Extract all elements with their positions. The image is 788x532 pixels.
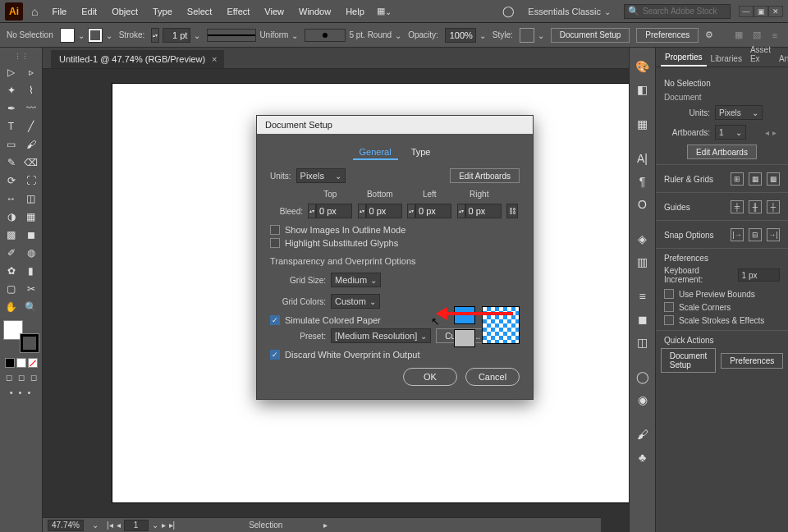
last-artboard-icon[interactable]: ▸|: [169, 521, 176, 530]
snap-point-icon[interactable]: |→: [731, 228, 744, 241]
shaper-tool-icon[interactable]: ✎: [2, 154, 21, 171]
curvature-tool-icon[interactable]: 〰: [22, 100, 40, 117]
window-close[interactable]: ✕: [768, 6, 783, 17]
prev-artboard-icon[interactable]: ◂: [765, 128, 769, 137]
window-minimize[interactable]: —: [739, 6, 754, 17]
symbols-panel-icon[interactable]: ♣: [633, 447, 653, 468]
draw-inside-icon[interactable]: ◻: [28, 371, 39, 383]
window-restore[interactable]: ▣: [754, 6, 768, 17]
width-tool-icon[interactable]: ↔: [2, 190, 21, 207]
menu-effect[interactable]: Effect: [221, 4, 255, 19]
show-images-checkbox[interactable]: [270, 225, 280, 235]
preset-select[interactable]: [Medium Resolution]: [331, 328, 431, 343]
chevron-down-icon[interactable]: [106, 30, 112, 40]
layers-panel-icon[interactable]: ◈: [633, 228, 653, 250]
smart-guides-icon[interactable]: ┼: [767, 200, 780, 213]
next-artboard-icon[interactable]: ▸: [772, 128, 777, 137]
zoom-field[interactable]: 47.74%: [48, 520, 84, 531]
lock-guides-icon[interactable]: ╫: [749, 200, 762, 213]
panel-grip-icon[interactable]: ⋮⋮: [3, 53, 39, 61]
stroke-stepper[interactable]: ▴▾: [151, 28, 159, 43]
magic-wand-tool-icon[interactable]: ✦: [2, 82, 21, 99]
perspective-grid-tool-icon[interactable]: ▦: [22, 209, 40, 225]
scale-tool-icon[interactable]: ⛶: [22, 172, 40, 189]
gradient-swatch[interactable]: [16, 358, 26, 368]
rotate-tool-icon[interactable]: ⟳: [2, 172, 21, 189]
artboards-panel-icon[interactable]: ▥: [633, 251, 653, 273]
discover-icon[interactable]: ◯: [502, 5, 515, 17]
arrange-docs-icon[interactable]: ▦: [377, 6, 392, 16]
pen-tool-icon[interactable]: ✒: [2, 100, 21, 117]
menu-type[interactable]: Type: [147, 4, 178, 19]
slice-tool-icon[interactable]: ✂: [22, 281, 40, 297]
eraser-tool-icon[interactable]: ⌫: [22, 154, 40, 171]
free-transform-tool-icon[interactable]: ◫: [22, 190, 40, 207]
menu-window[interactable]: Window: [293, 4, 337, 19]
adobe-stock-search[interactable]: 🔍: [624, 4, 731, 19]
brush-preview[interactable]: [305, 29, 346, 42]
status-caret-icon[interactable]: ▸: [323, 521, 328, 530]
snap-grid-icon[interactable]: ⊟: [749, 228, 762, 241]
grid-icon[interactable]: ▦: [749, 172, 762, 186]
stroke-profile-preview[interactable]: [207, 29, 256, 42]
grid-color-swatch-2[interactable]: [454, 329, 475, 347]
menu-file[interactable]: File: [46, 4, 72, 19]
type-tool-icon[interactable]: T: [2, 118, 21, 135]
line-segment-tool-icon[interactable]: ╱: [22, 118, 40, 135]
cancel-button[interactable]: Cancel: [465, 368, 520, 386]
bleed-left-field[interactable]: 0 px: [415, 204, 451, 218]
chevron-down-icon[interactable]: [194, 30, 200, 40]
color-guide-panel-icon[interactable]: ◧: [633, 79, 653, 100]
home-icon[interactable]: ⌂: [31, 5, 38, 18]
draw-normal-icon[interactable]: ◻: [3, 371, 14, 383]
prev-artboard-icon[interactable]: ◂: [117, 521, 121, 530]
chevron-down-icon[interactable]: [78, 30, 85, 40]
tab-asset-export[interactable]: Asset Ex: [746, 42, 775, 66]
tab-artboards[interactable]: Artboard: [775, 51, 788, 66]
zoom-tool-icon[interactable]: 🔍: [22, 299, 40, 315]
bleed-bottom-stepper[interactable]: ▴▾: [358, 204, 366, 218]
preferences-button[interactable]: Preferences: [636, 28, 699, 43]
chevron-down-icon[interactable]: [538, 30, 544, 40]
doc-prefs-icon[interactable]: ⚙: [705, 30, 713, 40]
artboard-tool-icon[interactable]: ▢: [2, 281, 21, 297]
simulate-paper-checkbox[interactable]: [270, 315, 280, 325]
paragraph-panel-icon[interactable]: ¶: [633, 171, 653, 192]
column-graph-tool-icon[interactable]: ▮: [22, 263, 40, 279]
workspace-switcher[interactable]: Essentials Classic: [523, 4, 616, 19]
grid-color-swatch-1[interactable]: [454, 306, 475, 324]
chevron-down-icon[interactable]: [291, 30, 298, 40]
chevron-down-icon[interactable]: [479, 30, 486, 40]
more-options-icon[interactable]: ≡: [768, 29, 781, 42]
artboard-number-field[interactable]: 1: [124, 520, 149, 531]
color-panel-icon[interactable]: 🎨: [633, 56, 653, 77]
scale-corners-checkbox[interactable]: [664, 302, 674, 312]
menu-edit[interactable]: Edit: [76, 4, 103, 19]
gradient-tool-icon[interactable]: ◼: [22, 227, 40, 243]
transparency-panel-icon[interactable]: ◫: [633, 332, 653, 353]
document-setup-button[interactable]: Document Setup: [551, 28, 630, 43]
menu-object[interactable]: Object: [106, 4, 144, 19]
dialog-tab-general[interactable]: General: [353, 145, 398, 160]
none-swatch[interactable]: [28, 358, 38, 368]
next-artboard-icon[interactable]: ▸: [162, 521, 166, 530]
search-input[interactable]: [643, 7, 726, 16]
keyboard-increment-field[interactable]: 1 px: [738, 268, 780, 282]
chevron-down-icon[interactable]: [152, 521, 158, 530]
eyedropper-tool-icon[interactable]: ✐: [2, 245, 21, 261]
bleed-left-stepper[interactable]: ▴▾: [407, 204, 415, 218]
grid-size-select[interactable]: Medium: [331, 273, 381, 287]
stroke-swatch[interactable]: [88, 28, 103, 43]
tab-libraries[interactable]: Libraries: [707, 51, 746, 66]
bleed-top-field[interactable]: 0 px: [316, 204, 352, 218]
artboards-select[interactable]: 1: [715, 125, 746, 140]
quick-preferences-button[interactable]: Preferences: [721, 353, 783, 369]
chevron-down-icon[interactable]: [395, 30, 401, 40]
bleed-link-icon[interactable]: ⛓: [506, 204, 518, 218]
direct-selection-tool-icon[interactable]: ▹: [22, 64, 40, 80]
gradient-panel-icon[interactable]: ◼: [633, 309, 653, 330]
stroke-weight-field[interactable]: 1 pt: [163, 28, 190, 43]
selection-tool-icon[interactable]: ▷: [2, 64, 21, 80]
bleed-right-field[interactable]: 0 px: [465, 204, 502, 218]
chevron-down-icon[interactable]: [92, 521, 98, 530]
